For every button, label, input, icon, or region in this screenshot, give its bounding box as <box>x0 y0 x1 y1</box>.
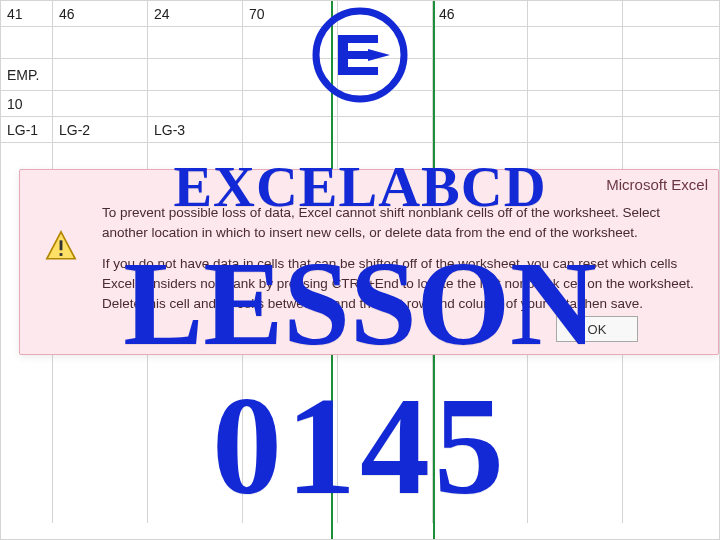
cell[interactable]: 46 <box>433 1 528 26</box>
cell[interactable]: 24 <box>148 1 243 26</box>
svg-rect-0 <box>60 240 63 250</box>
dialog-message: To prevent possible loss of data, Excel … <box>102 203 700 324</box>
cell[interactable] <box>528 1 623 26</box>
dialog-title: Microsoft Excel <box>30 176 708 193</box>
cell[interactable]: EMP. <box>1 59 53 90</box>
cell[interactable]: 10 <box>1 91 53 116</box>
cell[interactable]: 46 <box>53 1 148 26</box>
cell[interactable] <box>1 27 53 58</box>
svg-rect-1 <box>60 253 63 256</box>
cell[interactable]: LG-3 <box>148 117 243 142</box>
cell[interactable]: LG-2 <box>53 117 148 142</box>
alert-dialog: Microsoft Excel To prevent possible loss… <box>19 169 719 355</box>
cell[interactable]: 41 <box>1 1 53 26</box>
brand-logo-icon <box>310 5 410 109</box>
cell[interactable]: LG-1 <box>1 117 53 142</box>
warning-icon <box>38 203 84 324</box>
table-row: LG-1 LG-2 LG-3 <box>1 117 719 143</box>
ok-button[interactable]: OK <box>556 316 638 342</box>
